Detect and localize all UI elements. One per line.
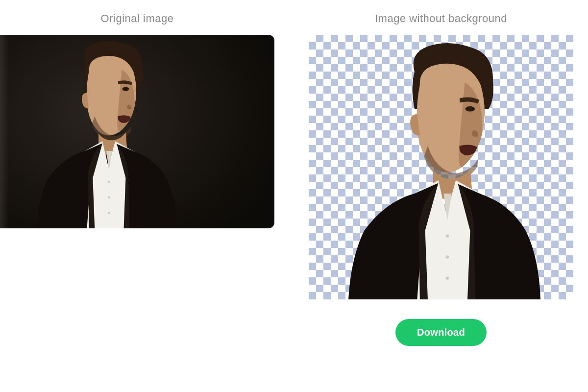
original-image-frame: [0, 35, 274, 228]
result-image-frame: [309, 35, 573, 299]
svg-point-1: [108, 181, 110, 183]
svg-point-6: [446, 255, 449, 258]
svg-point-0: [122, 87, 129, 91]
original-image-panel: Original image: [0, 12, 274, 346]
svg-point-3: [108, 212, 110, 214]
person-portrait: [27, 35, 182, 228]
person-portrait-cutout: [335, 35, 547, 299]
svg-point-7: [446, 277, 449, 280]
svg-point-2: [108, 196, 110, 198]
svg-point-4: [466, 106, 475, 112]
result-image-panel: Image without background: [304, 12, 578, 346]
download-button[interactable]: Download: [395, 319, 487, 346]
result-image-title: Image without background: [375, 12, 507, 25]
original-image-title: Original image: [101, 12, 174, 25]
svg-point-5: [446, 234, 449, 237]
